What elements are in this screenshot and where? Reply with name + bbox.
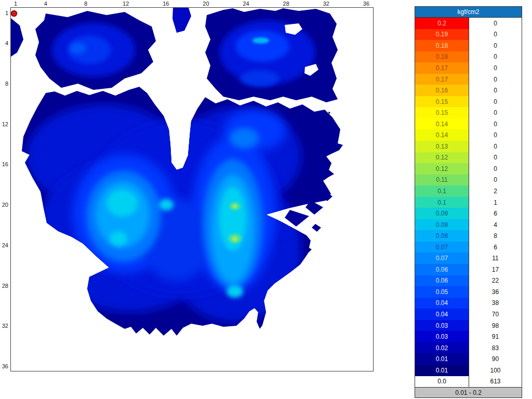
legend-row-count: 70 — [469, 309, 522, 320]
y-axis-tick-label: 28 — [1, 283, 8, 289]
legend-row: 0.0622 — [415, 275, 522, 287]
legend-row-value: 0.15 — [415, 96, 469, 108]
legend-row: 0.11 — [415, 197, 522, 208]
legend-row: 0.120 — [415, 163, 522, 175]
legend-row: 0.170 — [415, 74, 522, 85]
legend-row-count: 0 — [469, 85, 522, 96]
legend-row: 0.076 — [415, 242, 522, 253]
pressure-map-app: 14812162024283236 14812162024283236 — [0, 0, 532, 399]
legend-row: 0.140 — [415, 118, 522, 130]
legend-row-count: 83 — [469, 342, 522, 354]
legend-row-count: 38 — [469, 298, 522, 309]
blob-satellite — [312, 224, 321, 232]
blob-top-strip — [172, 8, 191, 33]
legend-row-value: 0.01 — [415, 353, 469, 365]
legend-row-value: 0.14 — [415, 129, 469, 141]
x-axis-tick-label: 32 — [323, 1, 329, 7]
legend-row: 0.0190 — [415, 353, 522, 365]
legend-row-count: 0 — [469, 74, 522, 85]
x-axis-tick-label: 28 — [283, 1, 289, 7]
legend-row-value: 0.08 — [415, 230, 469, 242]
legend-row-count: 0 — [469, 107, 522, 118]
legend-row: 0.180 — [415, 51, 522, 63]
legend-row-value: 0.05 — [415, 286, 469, 298]
legend-row-count: 100 — [469, 365, 522, 376]
y-axis-tick-label: 16 — [1, 161, 8, 167]
legend-row-count: 22 — [469, 275, 522, 287]
legend-row-count: 4 — [469, 219, 522, 231]
x-axis-tick-label: 24 — [243, 1, 249, 7]
legend-row-value: 0.06 — [415, 275, 469, 287]
legend-row-count: 0 — [469, 62, 522, 74]
x-axis-tick-label: 16 — [163, 1, 169, 7]
legend-row-count: 0 — [469, 96, 522, 108]
legend-row: 0.150 — [415, 107, 522, 118]
legend-row-count: 17 — [469, 264, 522, 275]
legend-row: 0.01100 — [415, 365, 522, 376]
legend-row: 0.120 — [415, 152, 522, 164]
legend-row: 0.110 — [415, 175, 522, 186]
legend-row: 0.180 — [415, 40, 522, 51]
pressure-legend: kgf/cm2 0.200.1900.1800.1800.1700.1700.1… — [415, 6, 522, 398]
legend-row-value: 0.07 — [415, 252, 469, 264]
x-axis-tick-label: 8 — [84, 1, 87, 7]
legend-row-value: 0.12 — [415, 163, 469, 175]
legend-row: 0.096 — [415, 208, 522, 219]
legend-row-value: 0.19 — [415, 29, 469, 41]
legend-row-value: 0.01 — [415, 365, 469, 376]
x-axis-tick-label: 4 — [44, 1, 47, 7]
legend-row: 0.160 — [415, 85, 522, 96]
legend-row-value: 0.03 — [415, 320, 469, 331]
legend-range-label: 0.01 - 0.2 — [455, 389, 482, 396]
legend-row: 0.0391 — [415, 331, 522, 342]
x-axis-tick-label: 12 — [123, 1, 129, 7]
legend-row-value: 0.03 — [415, 331, 469, 342]
legend-row-value: 0.13 — [415, 141, 469, 152]
marker-dot — [11, 11, 17, 17]
legend-row-count: 90 — [469, 353, 522, 365]
legend-row-value: 0.16 — [415, 85, 469, 96]
legend-row: 0.170 — [415, 62, 522, 74]
legend-row: 0.0536 — [415, 286, 522, 298]
legend-row-count: 91 — [469, 331, 522, 342]
legend-row-count: 6 — [469, 208, 522, 219]
pressure-map-plot[interactable] — [10, 7, 374, 371]
legend-row-count: 6 — [469, 242, 522, 253]
legend-row: 0.0470 — [415, 309, 522, 320]
legend-row-count: 0 — [469, 118, 522, 130]
legend-row-value: 0.2 — [415, 18, 469, 29]
legend-row-count: 0 — [469, 51, 522, 63]
legend-row-value: 0.1 — [415, 197, 469, 208]
legend-header: kgf/cm2 — [415, 7, 522, 18]
legend-row: 0.0617 — [415, 264, 522, 275]
legend-row-value: 0.18 — [415, 40, 469, 51]
legend-row-value: 0.07 — [415, 242, 469, 253]
legend-row-count: 36 — [469, 286, 522, 298]
y-axis-tick-label: 20 — [1, 202, 8, 208]
legend-row: 0.150 — [415, 96, 522, 108]
legend-row-count: 0 — [469, 163, 522, 175]
legend-row-count: 1 — [469, 197, 522, 208]
legend-row-count: 0 — [469, 29, 522, 41]
legend-row: 0.094 — [415, 219, 522, 231]
legend-row: 0.0283 — [415, 342, 522, 354]
blob-satellite — [285, 210, 309, 227]
legend-row-value: 0.18 — [415, 51, 469, 63]
legend-row: 0.0613 — [415, 376, 522, 388]
y-axis-tick-label: 36 — [1, 363, 8, 369]
legend-row-count: 0 — [469, 152, 522, 164]
legend-row: 0.0398 — [415, 320, 522, 331]
legend-row-count: 2 — [469, 185, 522, 197]
legend-unit-label: kgf/cm2 — [457, 8, 479, 16]
x-axis-tick-label: 1 — [14, 1, 17, 7]
legend-row-value: 0.04 — [415, 298, 469, 309]
pressure-map-canvas — [11, 8, 373, 371]
legend-row-count: 0 — [469, 175, 522, 186]
legend-row: 0.088 — [415, 230, 522, 242]
y-axis-tick-label: 4 — [1, 40, 8, 46]
legend-row-count: 11 — [469, 252, 522, 264]
y-axis-tick-label: 1 — [1, 10, 8, 16]
legend-row: 0.140 — [415, 129, 522, 141]
legend-row-count: 0 — [469, 18, 522, 29]
y-axis-tick-label: 12 — [1, 121, 8, 127]
